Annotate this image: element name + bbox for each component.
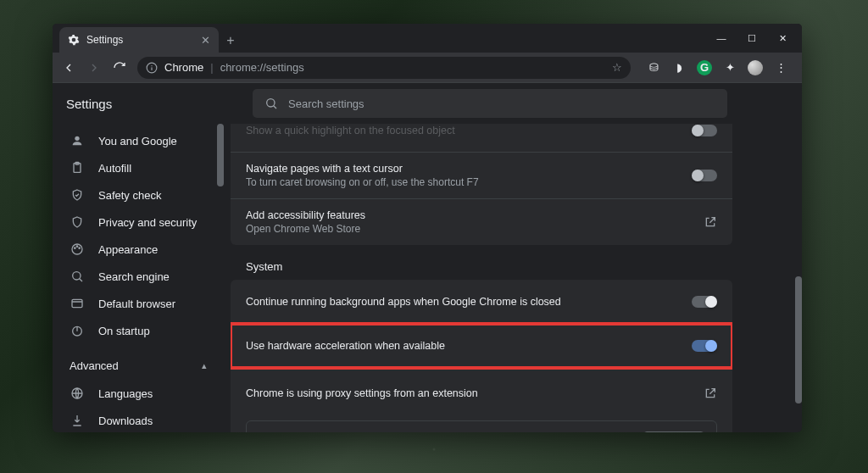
sidebar-label: Safety check [98,189,161,202]
reload-button[interactable] [112,60,127,75]
minimize-button[interactable]: ― [707,27,736,49]
disable-button[interactable]: Disable [643,431,704,432]
sidebar-item-languages[interactable]: Languages [53,380,224,407]
sidebar-label: Search engine [98,270,170,283]
search-placeholder: Search settings [288,97,364,110]
omnibox-path: chrome://settings [220,61,304,74]
toggle-hardware-acceleration[interactable] [692,340,717,352]
setting-title: Chrome is using proxy settings from an e… [246,387,478,399]
grammarly-icon[interactable]: G [697,60,712,75]
setting-subtitle: To turn caret browsing on or off, use th… [246,176,479,188]
svg-point-11 [73,272,81,280]
download-icon [70,413,85,428]
extension-icon[interactable]: ⛁ [646,60,661,75]
scrollbar-thumb[interactable] [217,124,224,186]
profile-avatar[interactable] [748,60,763,75]
close-window-button[interactable]: ✕ [768,27,797,49]
titlebar: Settings ✕ + ― ☐ ✕ [53,24,802,53]
setting-row-background-apps: Continue running background apps when Go… [231,280,732,324]
sidebar-item-safety-check[interactable]: Safety check [53,181,224,209]
setting-title: Show a quick highlight on the focused ob… [246,125,455,136]
back-button[interactable] [61,60,76,75]
close-icon[interactable]: ✕ [201,34,210,47]
sidebar-label: Appearance [98,243,158,256]
omnibox[interactable]: Chrome | chrome://settings ☆ [137,57,631,79]
shield-icon [70,214,85,230]
scrollbar-thumb[interactable] [795,276,802,403]
gear-icon [68,34,80,46]
setting-row-proxy-extension[interactable]: Chrome is using proxy settings from an e… [231,368,732,412]
sidebar-label: On startup [98,325,150,337]
svg-point-3 [267,99,275,107]
settings-sidebar: You and Google Autofill Safety check Pri… [53,124,224,432]
svg-point-8 [75,248,75,248]
person-icon [70,133,85,148]
sidebar-label: Privacy and security [98,216,197,229]
extension-icon[interactable]: ◗ [671,60,687,75]
toggle-background-apps[interactable] [692,296,717,308]
sidebar-label: Default browser [98,298,175,310]
sidebar-item-on-startup[interactable]: On startup [53,317,224,344]
sidebar-item-downloads[interactable]: Downloads [53,407,224,432]
sidebar-label: Downloads [98,415,153,427]
proxy-extension-notice: TunnelBear VPN is controlling this setti… [246,420,717,432]
extension-icons: ⛁ ◗ G ✦ ⋮ [641,60,793,75]
palette-icon [70,242,85,257]
svg-point-4 [75,136,79,141]
maximize-button[interactable]: ☐ [737,27,766,49]
settings-main: Show a quick highlight on the focused ob… [224,124,802,432]
setting-row-quick-highlight: Show a quick highlight on the focused ob… [231,124,732,153]
forward-button[interactable] [86,60,102,75]
setting-title: Use hardware acceleration when available [246,340,445,352]
browser-window: Settings ✕ + ― ☐ ✕ Chrome | chrome://set… [53,24,802,432]
external-link-icon [704,215,717,229]
extensions-puzzle-icon[interactable]: ✦ [722,60,737,75]
setting-row-hardware-acceleration: Use hardware acceleration when available [231,324,732,368]
sidebar-item-privacy-security[interactable]: Privacy and security [53,209,224,236]
section-title-system: System [231,245,732,280]
svg-rect-2 [151,67,152,70]
shield-check-icon [70,187,85,203]
sidebar-label: Autofill [98,162,131,175]
window-controls: ― ☐ ✕ [707,24,802,53]
browser-icon [70,296,85,311]
address-bar: Chrome | chrome://settings ☆ ⛁ ◗ G ✦ ⋮ [53,53,802,83]
accessibility-panel: Show a quick highlight on the focused ob… [231,124,732,245]
settings-header: Settings Search settings [53,83,802,124]
search-settings[interactable]: Search settings [253,89,727,118]
tab-title: Settings [86,34,123,46]
omnibox-origin: Chrome [164,61,203,74]
toggle-caret-browsing[interactable] [692,170,717,181]
svg-point-1 [151,65,152,66]
setting-subtitle: Open Chrome Web Store [246,223,365,235]
svg-rect-12 [72,299,82,307]
star-icon[interactable]: ☆ [612,61,622,74]
system-panel: Continue running background apps when Go… [231,280,732,432]
sidebar-item-default-browser[interactable]: Default browser [53,290,224,317]
page-title: Settings [66,97,236,111]
advanced-label: Advanced [70,359,119,372]
page-content: Settings Search settings You and Google … [53,83,802,432]
power-icon [70,323,85,338]
new-tab-button[interactable]: + [219,29,242,53]
setting-title: Add accessibility features [246,209,365,221]
info-icon [146,62,158,74]
sidebar-item-autofill[interactable]: Autofill [53,154,224,181]
setting-row-add-accessibility[interactable]: Add accessibility features Open Chrome W… [231,199,732,245]
sidebar-advanced-toggle[interactable]: Advanced ▴ [53,351,224,380]
setting-title: Navigate pages with a text cursor [246,163,479,175]
sidebar-item-appearance[interactable]: Appearance [53,236,224,263]
search-icon [70,269,85,284]
svg-point-10 [79,248,80,248]
sidebar-item-you-and-google[interactable]: You and Google [53,127,224,154]
svg-point-9 [76,246,77,247]
menu-icon[interactable]: ⋮ [773,60,788,75]
setting-row-caret-browsing: Navigate pages with a text cursor To tur… [231,153,732,199]
sidebar-label: You and Google [98,135,177,147]
globe-icon [70,386,85,401]
browser-tab-settings[interactable]: Settings ✕ [59,27,219,53]
search-icon [264,97,278,110]
chevron-up-icon: ▴ [202,360,207,371]
toggle-quick-highlight[interactable] [692,125,717,136]
sidebar-item-search-engine[interactable]: Search engine [53,263,224,290]
